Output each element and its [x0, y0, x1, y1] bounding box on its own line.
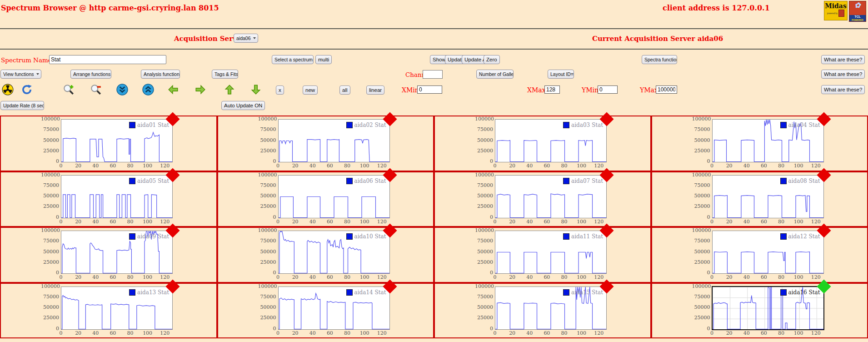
spectrum-cell-aida15[interactable]: 1000007500050000250000aida15 Stat0204060…: [434, 283, 651, 339]
ymin-label: YMin: [582, 86, 599, 94]
x-axis-label: 20: [75, 330, 81, 336]
arrow-right-icon[interactable]: [195, 84, 206, 96]
spectrum-cell-aida12[interactable]: 1000007500050000250000aida12 Stat0204060…: [651, 227, 868, 283]
tags-fits-select[interactable]: Tags & Fits: [212, 70, 238, 79]
x-axis-label: 80: [778, 219, 784, 225]
divider: [0, 28, 868, 29]
spectrum-trace: [61, 295, 172, 329]
spectrum-cell-aida04[interactable]: 1000007500050000250000aida04 Stat0204060…: [651, 116, 868, 171]
x-axis-label: 120: [377, 219, 387, 225]
acquisition-server-select[interactable]: aida06: [234, 34, 258, 43]
xmax-label: XMax: [527, 86, 546, 94]
y-axis-label: 25000: [692, 259, 710, 265]
x-axis-label: 100: [143, 274, 152, 280]
spectrum-chart: 1000007500050000250000aida01 Stat0204060…: [41, 118, 177, 170]
spectrum-cell-aida07[interactable]: 1000007500050000250000aida07 Stat0204060…: [434, 171, 651, 227]
spectra-functions-select[interactable]: Spectra functions: [642, 55, 677, 64]
y-axis-label: 25000: [258, 315, 276, 321]
scroll-down-icon[interactable]: [116, 84, 128, 96]
spectrum-cell-aida01[interactable]: 1000007500050000250000aida01 Stat0204060…: [0, 116, 217, 171]
spectrum-cell-aida03[interactable]: 1000007500050000250000aida03 Stat0204060…: [434, 116, 651, 171]
y-axis-label: 75000: [258, 182, 276, 188]
x-axis-label: 100: [794, 274, 803, 280]
tcl-feather-icon: ✿: [849, 1, 866, 10]
zero-button[interactable]: Zero: [484, 55, 500, 64]
spectrum-cell-aida08[interactable]: 1000007500050000250000aida08 Stat0204060…: [651, 171, 868, 227]
select-a-spectrum-select[interactable]: Select a spectrum: [272, 55, 314, 64]
x-axis-label: 80: [778, 163, 784, 169]
xmax-input[interactable]: [544, 86, 560, 94]
x-axis-label: 100: [360, 274, 369, 280]
y-axis-label: 50000: [475, 304, 493, 310]
spectrum-cell-aida14[interactable]: 1000007500050000250000aida14 Stat0204060…: [217, 283, 434, 339]
what-are-these-button-3[interactable]: What are these?: [821, 85, 865, 94]
arrow-down-icon[interactable]: [250, 84, 262, 96]
plot-area: aida14 Stat: [278, 287, 390, 330]
x-axis-label: 0: [276, 330, 279, 336]
x-axis-label: 100: [794, 330, 803, 336]
multi-button[interactable]: multi: [315, 55, 332, 64]
radiation-icon[interactable]: [2, 84, 14, 96]
x-axis-label: 100: [143, 163, 152, 169]
spectrum-cell-aida06[interactable]: 1000007500050000250000aida06 Stat0204060…: [217, 171, 434, 227]
number-of-galleries-select[interactable]: Number of Galleries: [476, 70, 514, 79]
y-axis-label: 75000: [475, 238, 493, 244]
y-axis-label: 0: [692, 214, 710, 220]
y-axis-label: 50000: [258, 137, 276, 143]
midas-logo: Midas powered by: [824, 1, 848, 20]
ymin-input[interactable]: [598, 86, 618, 94]
linear-button[interactable]: linear: [366, 86, 384, 95]
x-axis-button[interactable]: x: [276, 86, 284, 95]
what-are-these-button-2[interactable]: What are these?: [821, 70, 865, 79]
new-button[interactable]: new: [303, 86, 318, 95]
xmin-input[interactable]: [417, 86, 442, 94]
plot-area: aida01 Stat: [61, 119, 173, 162]
scroll-up-icon[interactable]: [142, 84, 154, 96]
spectrum-chart: 1000007500050000250000aida04 Stat0204060…: [692, 118, 828, 170]
x-axis-label: 60: [327, 274, 333, 280]
x-axis-label: 40: [743, 274, 750, 280]
y-axis-label: 100000: [475, 116, 493, 122]
spectrum-trace: [495, 141, 606, 162]
refresh-icon[interactable]: [21, 84, 33, 96]
update-rate-select[interactable]: Update Rate (8 secs): [0, 101, 44, 110]
arrow-left-icon[interactable]: [167, 84, 179, 96]
spectrum-cell-aida05[interactable]: 1000007500050000250000aida05 Stat0204060…: [0, 171, 217, 227]
x-axis-label: 40: [309, 274, 316, 280]
zoom-out-icon[interactable]: [90, 84, 102, 96]
spectrum-cell-aida16[interactable]: 1000007500050000250000aida16 Stat0204060…: [651, 283, 868, 339]
x-axis-label: 20: [75, 274, 81, 280]
view-functions-value: View functions: [3, 71, 34, 77]
what-are-these-button-1[interactable]: What are these?: [821, 55, 865, 64]
channel-input[interactable]: [423, 70, 443, 79]
legend-swatch-icon: [563, 233, 569, 240]
arrange-functions-select[interactable]: Arrange functions: [70, 70, 111, 79]
auto-update-button[interactable]: Auto Update ON: [221, 101, 265, 110]
spectrum-cell-aida11[interactable]: 1000007500050000250000aida11 Stat0204060…: [434, 227, 651, 283]
zoom-in-icon[interactable]: [63, 84, 75, 96]
y-axis-label: 0: [475, 158, 493, 164]
spectrum-trace: [713, 195, 823, 217]
view-functions-select[interactable]: View functions: [0, 70, 41, 79]
ymax-input[interactable]: [656, 86, 677, 94]
plot-area: aida15 Stat: [495, 287, 607, 330]
spectrum-chart: 1000007500050000250000aida13 Stat0204060…: [41, 286, 177, 337]
spectrum-cell-aida09[interactable]: 1000007500050000250000aida09 Stat0204060…: [0, 227, 217, 283]
spectrum-cell-aida13[interactable]: 1000007500050000250000aida13 Stat0204060…: [0, 283, 217, 339]
y-axis-label: 75000: [475, 294, 493, 300]
legend-swatch-icon: [129, 233, 135, 240]
y-axis-label: 0: [692, 326, 710, 332]
all-button[interactable]: all: [339, 86, 350, 95]
arrow-up-icon[interactable]: [224, 84, 235, 96]
spectrum-cell-aida10[interactable]: 1000007500050000250000aida10 Stat0204060…: [217, 227, 434, 283]
x-axis-label: 60: [110, 274, 116, 280]
legend-swatch-icon: [129, 122, 135, 128]
spectrum-chart: 1000007500050000250000aida14 Stat0204060…: [258, 286, 394, 337]
x-axis-label: 40: [92, 219, 99, 225]
spectrum-cell-aida02[interactable]: 1000007500050000250000aida02 Stat0204060…: [217, 116, 434, 171]
layout-id-select[interactable]: Layout ID=2: [548, 70, 574, 79]
analysis-functions-select[interactable]: Analysis functions: [141, 70, 180, 79]
x-axis-label: 20: [75, 163, 81, 169]
legend-swatch-icon: [346, 178, 353, 184]
spectrum-name-input[interactable]: [49, 55, 166, 64]
